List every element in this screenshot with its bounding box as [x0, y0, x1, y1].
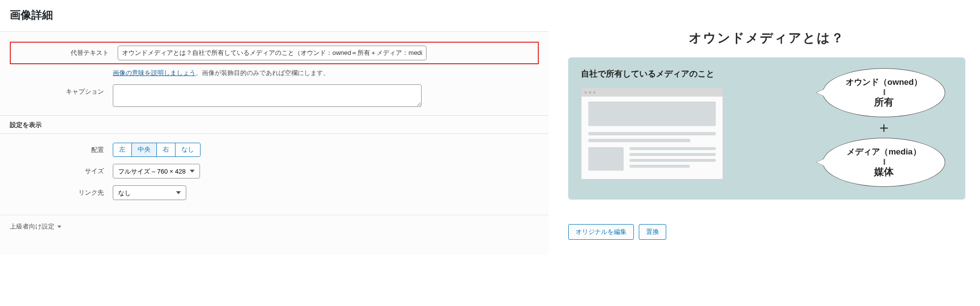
page-title: 画像詳細 [0, 0, 549, 32]
caption-textarea[interactable] [113, 84, 422, 107]
link-label: リンク先 [10, 185, 113, 197]
image-preview: オウンドメディアとは？ 自社で所有しているメディアのこと [568, 29, 965, 200]
bubble-owned: オウンド（owned） || 所有 [823, 68, 945, 117]
chevron-down-icon [57, 226, 61, 228]
edit-original-button[interactable]: オリジナルを編集 [568, 224, 634, 240]
display-settings-header: 設定を表示 [0, 115, 549, 134]
bubble-media: メディア（media） || 媒体 [823, 138, 945, 187]
align-right-button[interactable]: 右 [156, 143, 176, 157]
preview-title: オウンドメディアとは？ [568, 29, 965, 47]
size-label: サイズ [10, 164, 113, 176]
align-none-button[interactable]: なし [175, 143, 201, 157]
align-left-button[interactable]: 左 [113, 143, 132, 157]
align-button-group: 左 中央 右 なし [113, 143, 201, 157]
advanced-settings-toggle[interactable]: 上級者向け設定 [0, 215, 549, 238]
link-select[interactable]: なし [113, 185, 186, 200]
alt-help-link[interactable]: 画像の意味を説明しましょう [113, 70, 196, 76]
alt-text-label: 代替テキスト [15, 46, 118, 57]
alt-text-input[interactable] [118, 46, 427, 60]
replace-button[interactable]: 置換 [639, 224, 666, 240]
browser-mock-icon [581, 87, 723, 179]
align-label: 配置 [10, 143, 113, 154]
alt-text-help: 画像の意味を説明しましょう。画像が装飾目的のみであれば空欄にします。 [113, 69, 422, 77]
caption-label: キャプション [10, 84, 113, 96]
size-select[interactable]: フルサイズ – 760 × 428 [113, 164, 200, 178]
align-center-button[interactable]: 中央 [131, 143, 157, 157]
alt-text-highlight: 代替テキスト [10, 42, 539, 64]
plus-icon: ＋ [877, 120, 891, 135]
preview-subtitle: 自社で所有しているメディアのこと [581, 68, 805, 79]
